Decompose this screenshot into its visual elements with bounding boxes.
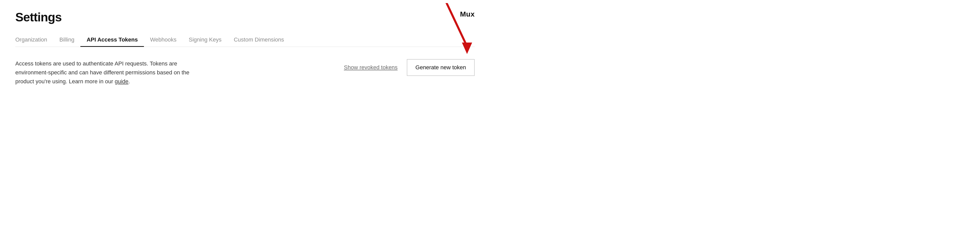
tab-organization[interactable]: Organization xyxy=(15,33,53,47)
description-block: Access tokens are used to authenticate A… xyxy=(15,59,194,86)
page-wrapper: Settings Mux OrganizationBillingAPI Acce… xyxy=(0,0,490,115)
tab-signing-keys[interactable]: Signing Keys xyxy=(183,33,228,47)
page-title: Settings xyxy=(15,10,62,24)
actions-block: Show revoked tokens Generate new token xyxy=(344,59,475,76)
header-row: Settings Mux xyxy=(15,10,475,24)
guide-link[interactable]: guide xyxy=(115,78,128,85)
tabs-nav: OrganizationBillingAPI Access TokensWebh… xyxy=(15,33,475,47)
brand-logo: Mux xyxy=(460,10,475,18)
tab-api-access-tokens[interactable]: API Access Tokens xyxy=(80,33,144,47)
description-part2: . xyxy=(128,78,130,85)
actions-wrapper: Show revoked tokens Generate new token xyxy=(344,59,475,76)
description-text: Access tokens are used to authenticate A… xyxy=(15,59,194,86)
generate-new-token-button[interactable]: Generate new token xyxy=(407,59,475,76)
tab-custom-dimensions[interactable]: Custom Dimensions xyxy=(228,33,290,47)
content-row: Access tokens are used to authenticate A… xyxy=(15,59,475,86)
tab-webhooks[interactable]: Webhooks xyxy=(144,33,183,47)
description-part1: Access tokens are used to authenticate A… xyxy=(15,60,189,85)
tab-billing[interactable]: Billing xyxy=(53,33,81,47)
show-revoked-tokens-link[interactable]: Show revoked tokens xyxy=(344,64,398,71)
